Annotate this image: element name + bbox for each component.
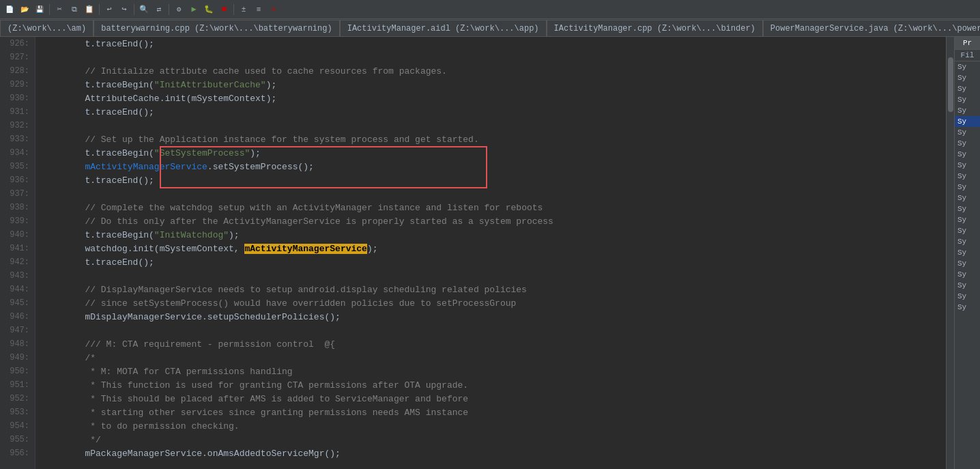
tab-batterywarning[interactable]: batterywarning.cpp (Z:\work\...\batteryw… xyxy=(93,20,339,36)
code-line-936: t.traceEnd(); xyxy=(42,173,946,187)
toolbar-icon-run[interactable]: ▶ xyxy=(187,3,201,16)
code-line-931: t.traceEnd(); xyxy=(42,105,946,119)
code-line-942: t.traceEnd(); xyxy=(42,255,946,269)
file-panel-item-1[interactable]: Sy xyxy=(955,61,980,72)
toolbar-icon-close[interactable]: ✕ xyxy=(267,3,280,16)
toolbar-icon-debug[interactable]: 🐛 xyxy=(202,3,216,16)
code-line-930: AttributeCache.init(mSystemContext); xyxy=(42,91,946,105)
toolbar-icon-extra2[interactable]: ≡ xyxy=(252,3,265,16)
line-num-935: 935: xyxy=(5,160,29,173)
code-line-954: * to do permission checking. xyxy=(42,419,946,433)
file-panel-item-19[interactable]: Sy xyxy=(955,258,980,269)
tab-powermanager[interactable]: PowerManagerService.java (Z:\work\...\po… xyxy=(763,20,980,36)
code-line-929: t.traceBegin("InitAttributerCache"); xyxy=(42,78,946,91)
file-panel-item-5[interactable]: Sy xyxy=(955,105,980,116)
code-line-932 xyxy=(42,119,946,132)
code-line-928: // Initialize attribute cache used to ca… xyxy=(42,64,946,78)
code-line-937 xyxy=(42,187,946,201)
right-panel-pr-header[interactable]: Pr xyxy=(955,37,980,50)
file-panel-item-10[interactable]: Sy xyxy=(955,160,980,171)
file-panel-item-6-active[interactable]: Sy xyxy=(955,116,980,127)
toolbar-icon-open[interactable]: 📂 xyxy=(18,3,31,16)
code-area: 926: 927: 928: 929: 930: 931: 932: 933: … xyxy=(0,37,954,469)
code-line-939: // Do this only after the ActivityManage… xyxy=(42,214,946,228)
toolbar-icon-cut[interactable]: ✂ xyxy=(53,3,66,16)
file-panel-item-16[interactable]: Sy xyxy=(955,225,980,236)
toolbar-icon-copy[interactable]: ⧉ xyxy=(68,3,81,16)
line-num-927: 927: xyxy=(5,51,29,64)
line-num-929: 929: xyxy=(5,78,29,91)
tab-iactivitymanager-aidl[interactable]: IActivityManager.aidl (Z:\work\...\app) xyxy=(340,20,547,36)
tab-am[interactable]: (Z:\work\...\am) xyxy=(0,20,93,36)
line-num-946: 946: xyxy=(5,310,29,324)
app-window: 📄 📂 💾 ✂ ⧉ 📋 ↩ ↪ 🔍 ⇄ ⚙ ▶ 🐛 ■ ± ≡ ✕ (Z:\wo… xyxy=(0,0,980,469)
file-panel-item-23[interactable]: Sy xyxy=(955,302,980,313)
toolbar-sep-2 xyxy=(99,4,100,15)
line-num-940: 940: xyxy=(5,228,29,242)
toolbar-icon-paste[interactable]: 📋 xyxy=(83,3,96,16)
file-panel-item-2[interactable]: Sy xyxy=(955,72,980,83)
code-line-941: watchdog.init(mSystemContext, mActivityM… xyxy=(42,242,946,255)
file-panel-item-8[interactable]: Sy xyxy=(955,138,980,149)
line-num-952: 952: xyxy=(5,392,29,406)
code-line-951: * This function is used for granting CTA… xyxy=(42,378,946,392)
code-line-940: t.traceBegin("InitWatchdog"); xyxy=(42,228,946,242)
line-num-933: 933: xyxy=(5,132,29,146)
line-num-954: 954: xyxy=(5,419,29,433)
toolbar-sep-1 xyxy=(49,4,50,15)
code-line-934: t.traceBegin("SetSystemProcess"); xyxy=(42,146,946,160)
line-num-949: 949: xyxy=(5,351,29,365)
line-num-937: 937: xyxy=(5,187,29,201)
toolbar-icon-undo[interactable]: ↩ xyxy=(102,3,116,16)
line-num-928: 928: xyxy=(5,64,29,78)
code-line-927 xyxy=(42,51,946,64)
tab-iactivitymanager-cpp[interactable]: IActivityManager.cpp (Z:\work\...\binder… xyxy=(547,20,763,36)
code-editor[interactable]: 926: 927: 928: 929: 930: 931: 932: 933: … xyxy=(0,37,954,469)
file-panel-item-22[interactable]: Sy xyxy=(955,291,980,302)
line-num-926: 926: xyxy=(5,37,29,51)
toolbar-icon-build[interactable]: ⚙ xyxy=(172,3,186,16)
file-panel-item-3[interactable]: Sy xyxy=(955,83,980,94)
line-num-936: 936: xyxy=(5,173,29,187)
toolbar-icon-save[interactable]: 💾 xyxy=(33,3,46,16)
toolbar-icon-redo[interactable]: ↪ xyxy=(117,3,131,16)
toolbar-sep-3 xyxy=(134,4,134,15)
file-panel-item-13[interactable]: Sy xyxy=(955,193,980,203)
toolbar-sep-5 xyxy=(233,4,234,15)
line-num-944: 944: xyxy=(5,283,29,296)
code-line-955: */ xyxy=(42,433,946,446)
file-panel-item-14[interactable]: Sy xyxy=(955,203,980,214)
code-line-945: // since setSystemProcess() would have o… xyxy=(42,296,946,310)
vertical-scrollbar[interactable] xyxy=(946,37,954,469)
code-line-938: // Complete the watchdog setup with an A… xyxy=(42,201,946,214)
code-line-947 xyxy=(42,324,946,337)
file-panel-item-21[interactable]: Sy xyxy=(955,280,980,291)
toolbar-icon-replace[interactable]: ⇄ xyxy=(152,3,166,16)
toolbar: 📄 📂 💾 ✂ ⧉ 📋 ↩ ↪ 🔍 ⇄ ⚙ ▶ 🐛 ■ ± ≡ ✕ xyxy=(0,0,980,19)
file-panel-item-12[interactable]: Sy xyxy=(955,182,980,193)
toolbar-icon-new[interactable]: 📄 xyxy=(3,3,16,16)
file-panel-item-20[interactable]: Sy xyxy=(955,269,980,280)
scrollbar-thumb[interactable] xyxy=(948,57,953,112)
file-panel-item-17[interactable]: Sy xyxy=(955,236,980,247)
file-panel-item-9[interactable]: Sy xyxy=(955,149,980,160)
right-panel-container: Pr Fil Sy Sy Sy Sy Sy Sy Sy Sy Sy Sy Sy … xyxy=(954,37,980,469)
file-panel-item-4[interactable]: Sy xyxy=(955,94,980,105)
code-line-946: mDisplayManagerService.setupSchedulerPol… xyxy=(42,310,946,324)
code-line-953: * starting other services since granting… xyxy=(42,406,946,419)
right-panel-fil-header[interactable]: Fil xyxy=(955,50,980,61)
file-panel-item-11[interactable]: Sy xyxy=(955,171,980,182)
toolbar-icon-stop[interactable]: ■ xyxy=(217,3,231,16)
toolbar-icon-extra1[interactable]: ± xyxy=(237,3,250,16)
code-line-950: * M: MOTA for CTA permissions handling xyxy=(42,365,946,378)
code-line-944: // DisplayManagerService needs to setup … xyxy=(42,283,946,296)
line-num-951: 951: xyxy=(5,378,29,392)
main-content: 926: 927: 928: 929: 930: 931: 932: 933: … xyxy=(0,37,980,469)
file-panel-item-7[interactable]: Sy xyxy=(955,127,980,138)
file-panel-item-15[interactable]: Sy xyxy=(955,214,980,225)
line-num-950: 950: xyxy=(5,365,29,378)
file-panel-item-18[interactable]: Sy xyxy=(955,247,980,258)
tab-bar: (Z:\work\...\am) batterywarning.cpp (Z:\… xyxy=(0,19,980,37)
code-line-943 xyxy=(42,269,946,283)
toolbar-icon-search[interactable]: 🔍 xyxy=(137,3,151,16)
